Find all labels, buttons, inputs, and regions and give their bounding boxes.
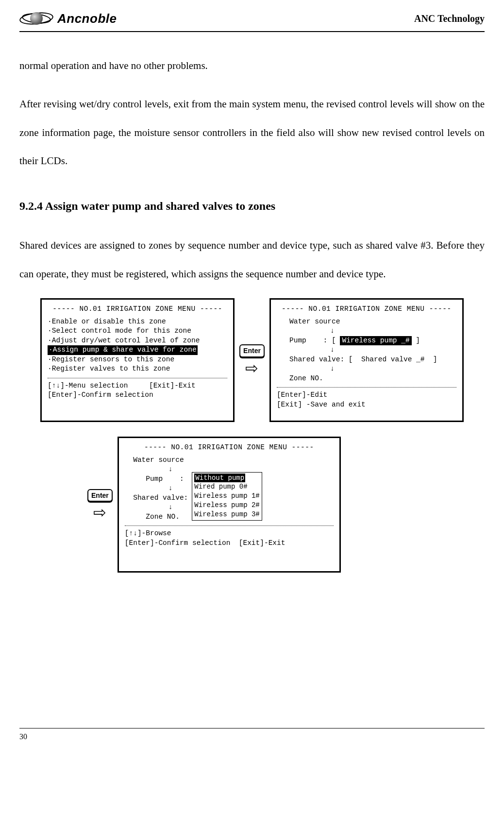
arrow-down-icon: ↓	[277, 364, 456, 374]
option-item: Wireless pump 3#	[194, 510, 259, 519]
paragraph-intro-2: After revising wet/dry control levels, e…	[19, 90, 485, 175]
enter-arrow-connector: Enter ⇨	[87, 489, 113, 521]
menu-item: ·Register valves to this zone	[48, 364, 227, 374]
chain-pump-row: Pump :	[125, 474, 188, 484]
separator	[48, 378, 227, 378]
arrow-down-icon: ↓	[125, 484, 188, 493]
page-header: Ancnoble ANC Technology	[19, 9, 485, 32]
option-item: Wireless pump 2#	[194, 501, 259, 510]
enter-key-icon: Enter	[239, 344, 265, 357]
lcd-panel-menu: ----- NO.01 IRRIGATION ZONE MENU ----- ·…	[40, 298, 235, 422]
menu-item: ·Select control mode for this zone	[48, 326, 227, 336]
lcd-panel-assign: ----- NO.01 IRRIGATION ZONE MENU ----- W…	[269, 298, 464, 422]
arrow-down-icon: ↓	[277, 345, 456, 355]
footer-rule	[19, 728, 485, 728]
option-selected: Without pump	[194, 474, 245, 483]
chain-label: Zone NO.	[277, 374, 456, 384]
lcd-title: ----- NO.01 IRRIGATION ZONE MENU -----	[48, 305, 227, 314]
globe-orbit-icon	[19, 9, 53, 28]
company-name: ANC Technology	[414, 13, 485, 24]
chain-label: Water source	[277, 317, 456, 327]
arrow-right-icon: ⇨	[245, 360, 258, 376]
arrow-down-icon: ↓	[277, 326, 456, 336]
option-item: Wireless pump 1#	[194, 491, 259, 501]
arrow-down-icon: ↓	[125, 503, 188, 512]
chain-shared-row: Shared valve: [ Shared valve _# ]	[277, 355, 456, 365]
menu-item: ·Enable or disable this zone	[48, 317, 227, 327]
lcd-title: ----- NO.01 IRRIGATION ZONE MENU -----	[125, 443, 334, 453]
page-number: 30	[19, 732, 27, 741]
lcd-footer-line: [Enter]-Confirm selection	[48, 390, 227, 400]
logo-text: Ancnoble	[57, 11, 117, 26]
option-item: Wired pump 0#	[194, 482, 259, 491]
lcd-footer-line: [Exit] -Save and exit	[277, 400, 456, 410]
lcd-footer-line: [↑↓]-Browse	[125, 529, 334, 539]
menu-item-selected: ·Assign pump & share valve for zone	[48, 345, 198, 355]
figure-row-2: Enter ⇨ ----- NO.01 IRRIGATION ZONE MENU…	[87, 437, 485, 573]
section-body: Shared devices are assigned to zones by …	[19, 231, 485, 288]
figure-row-1: ----- NO.01 IRRIGATION ZONE MENU ----- ·…	[19, 298, 485, 422]
arrow-right-icon: ⇨	[93, 505, 106, 520]
paragraph-intro-1: normal operation and have no other probl…	[19, 51, 485, 80]
logo-group: Ancnoble	[19, 9, 117, 28]
lcd-footer-line: [↑↓]-Menu selection [Exit]-Exit	[48, 381, 227, 391]
separator	[277, 387, 456, 388]
arrow-down-icon: ↓	[125, 465, 188, 474]
menu-item: ·Register sensors to this zone	[48, 355, 227, 365]
section-heading: 9.2.4 Assign water pump and shared valve…	[19, 190, 485, 222]
chain-label: Zone NO.	[125, 512, 188, 522]
enter-arrow-connector: Enter ⇨	[239, 344, 265, 376]
lcd-footer-line: [Enter]-Edit	[277, 390, 456, 400]
document-body: normal operation and have no other probl…	[19, 32, 485, 573]
page-footer: 30	[19, 728, 485, 741]
lcd-title: ----- NO.01 IRRIGATION ZONE MENU -----	[277, 305, 456, 314]
chain-pump-row: Pump : [ Wireless pump _# ]	[277, 336, 456, 346]
lcd-panel-pump-options: ----- NO.01 IRRIGATION ZONE MENU ----- W…	[118, 437, 341, 573]
separator	[125, 525, 334, 526]
menu-item: ·Adjust dry/wet cotrol level of zone	[48, 336, 227, 346]
lcd-footer-line: [Enter]-Confirm selection [Exit]-Exit	[125, 539, 334, 548]
pump-value-selected: Wireless pump _#	[340, 336, 411, 346]
chain-label: Water source	[125, 456, 188, 465]
pump-options-dropdown: Without pump Wired pump 0# Wireless pump…	[192, 472, 262, 521]
chain-shared-row: Shared valve:	[125, 493, 188, 503]
enter-key-icon: Enter	[87, 489, 113, 502]
